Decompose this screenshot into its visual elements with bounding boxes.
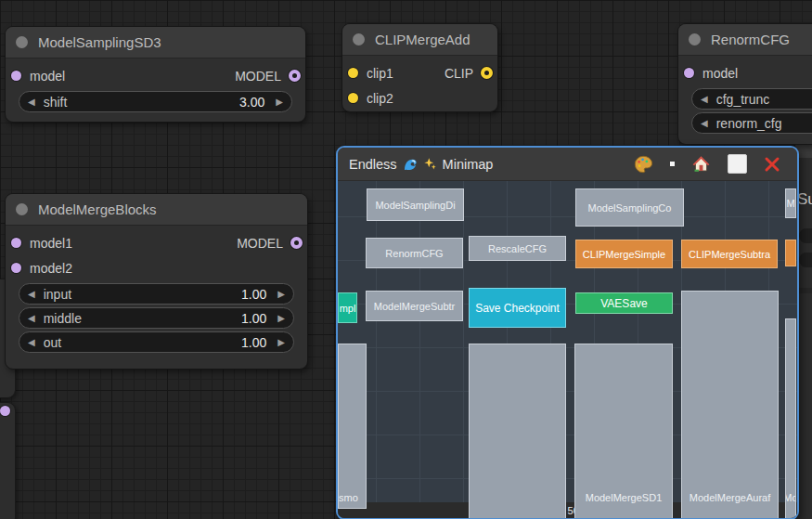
decrement-arrow-icon[interactable]: ◀ bbox=[28, 97, 35, 107]
input-slot[interactable]: model bbox=[6, 69, 65, 84]
input-slot-label: model bbox=[30, 69, 65, 84]
input-slot-dot[interactable] bbox=[348, 68, 358, 78]
output-slot[interactable]: MODEL bbox=[235, 69, 305, 84]
increment-arrow-icon[interactable]: ▶ bbox=[277, 314, 285, 323]
graph-node-modelsamplingsd3[interactable]: ModelSamplingSD3modelMODEL◀shift3.00▶ bbox=[5, 26, 306, 123]
minimap-node-modelsamplingco: ModelSamplingCo bbox=[575, 188, 684, 227]
minimap-node bbox=[469, 344, 566, 519]
minimap-title-suffix: Minimap bbox=[443, 157, 494, 172]
input-slot-label: model2 bbox=[30, 261, 72, 276]
node-title-bar[interactable]: RenormCFG bbox=[678, 24, 812, 56]
close-icon[interactable] bbox=[764, 156, 780, 173]
graph-node-clipmergeadd[interactable]: CLIPMergeAddclip1CLIPclip2 bbox=[342, 23, 498, 112]
widget-renorm-cfg[interactable]: ◀renorm_cfg▶ bbox=[691, 112, 812, 134]
minimap-node-m: M bbox=[785, 188, 796, 218]
decrement-arrow-icon[interactable]: ◀ bbox=[701, 95, 708, 104]
offscreen-node-partial-bottom[interactable] bbox=[0, 402, 16, 519]
output-slot-dot[interactable] bbox=[481, 67, 493, 79]
input-slot[interactable]: model bbox=[678, 66, 738, 81]
palette-icon[interactable] bbox=[633, 154, 653, 175]
minimap-node-clipmergesimple: CLIPMergeSimple bbox=[575, 240, 673, 268]
increment-arrow-icon[interactable]: ▶ bbox=[277, 338, 285, 347]
node-title-label: RenormCFG bbox=[711, 32, 790, 47]
minimap-node-vaesave: VAESave bbox=[575, 292, 673, 314]
output-slot[interactable]: CLIP bbox=[445, 66, 497, 81]
home-icon[interactable] bbox=[691, 154, 711, 174]
minimap-window[interactable]: Endless Minimap bbox=[336, 146, 799, 519]
wave-icon bbox=[403, 157, 418, 172]
slot-row: model bbox=[678, 60, 812, 85]
widget-input[interactable]: ◀input1.00▶ bbox=[19, 283, 294, 305]
minimap-title-bar[interactable]: Endless Minimap bbox=[338, 148, 797, 181]
node-title-label: ModelSamplingSD3 bbox=[38, 34, 161, 50]
widget-label: input bbox=[44, 287, 71, 302]
collapse-dot-icon[interactable] bbox=[16, 203, 28, 215]
increment-arrow-icon[interactable]: ▶ bbox=[276, 97, 283, 107]
minimap-node-modelsamplingdi: ModelSamplingDi bbox=[367, 188, 464, 221]
input-slot-dot[interactable] bbox=[11, 238, 21, 248]
output-slot-dot[interactable] bbox=[289, 70, 301, 82]
increment-arrow-icon[interactable]: ▶ bbox=[277, 290, 285, 299]
decrement-arrow-icon[interactable]: ◀ bbox=[28, 338, 35, 347]
minimap-node-modelmergesd1: ModelMergeSD1 bbox=[574, 344, 673, 519]
widget-label: shift bbox=[44, 95, 68, 110]
widget-label: cfg_trunc bbox=[716, 92, 770, 107]
minimap-node-mpl: mpl bbox=[338, 292, 357, 323]
minimap-viewport[interactable]: ModelSamplingDiModelSamplingCoMRenormCFG… bbox=[338, 181, 797, 502]
widget-shift[interactable]: ◀shift3.00▶ bbox=[19, 91, 292, 112]
collapse-dot-icon[interactable] bbox=[689, 33, 701, 45]
offscreen-node-slot-dot[interactable] bbox=[0, 406, 10, 416]
minimap-title-prefix: Endless bbox=[349, 157, 397, 172]
minimap-node-modelmergeauraf: ModelMergeAuraf bbox=[681, 291, 779, 519]
slot-row: clip1CLIP bbox=[342, 60, 497, 85]
decrement-arrow-icon[interactable]: ◀ bbox=[28, 290, 35, 299]
minimap-node-modelmergesubtr: ModelMergeSubtr bbox=[366, 291, 463, 321]
collapse-dot-icon[interactable] bbox=[353, 33, 365, 45]
widget-middle[interactable]: ◀middle1.00▶ bbox=[19, 307, 294, 329]
input-slot-label: clip2 bbox=[367, 91, 393, 106]
node-body: modelMODEL◀shift3.00▶ bbox=[6, 58, 305, 112]
minimap-node-mo: Mo bbox=[785, 318, 796, 519]
widget-value: 3.00 bbox=[239, 95, 264, 110]
node-title-bar[interactable]: ModelSamplingSD3 bbox=[6, 27, 305, 58]
output-slot[interactable]: MODEL bbox=[237, 236, 307, 251]
widget-cfg-trunc[interactable]: ◀cfg_trunc▶ bbox=[691, 88, 812, 110]
input-slot[interactable]: clip2 bbox=[342, 91, 393, 106]
input-slot[interactable]: clip1 bbox=[342, 66, 393, 81]
collapse-dot-icon[interactable] bbox=[16, 36, 28, 48]
decrement-arrow-icon[interactable]: ◀ bbox=[701, 119, 708, 128]
minimap-node-save-checkpoint: Save Checkpoint bbox=[469, 288, 566, 328]
node-title-bar[interactable]: CLIPMergeAdd bbox=[342, 24, 497, 56]
input-slot[interactable]: model2 bbox=[6, 261, 72, 276]
input-slot-label: model1 bbox=[30, 236, 72, 251]
minimap-node bbox=[785, 240, 796, 266]
dot-icon[interactable] bbox=[670, 162, 675, 166]
output-slot-label: CLIP bbox=[445, 66, 473, 81]
input-slot-dot[interactable] bbox=[11, 263, 21, 273]
widget-out[interactable]: ◀out1.00▶ bbox=[19, 331, 294, 353]
output-slot-label: MODEL bbox=[235, 69, 281, 84]
input-slot[interactable]: model1 bbox=[6, 236, 72, 251]
decrement-arrow-icon[interactable]: ◀ bbox=[28, 314, 35, 323]
widget-label: out bbox=[44, 335, 61, 350]
square-icon[interactable] bbox=[728, 154, 747, 174]
widget-value: 1.00 bbox=[241, 335, 266, 350]
minimap-node-clipmergesubtra: CLIPMergeSubtra bbox=[681, 240, 778, 268]
node-body: model◀cfg_trunc▶◀renorm_cfg▶ bbox=[678, 56, 812, 134]
minimap-node-osmo: osmo bbox=[338, 344, 367, 509]
input-slot-dot[interactable] bbox=[11, 71, 21, 81]
node-body: clip1CLIPclip2 bbox=[342, 56, 497, 110]
sparkles-icon bbox=[423, 157, 437, 171]
node-graph-canvas[interactable]: Su ModelSamplingSD3modelMODEL◀shift3.00▶… bbox=[0, 0, 812, 519]
widget-label: middle bbox=[44, 311, 82, 326]
graph-node-modelmergeblocks[interactable]: ModelMergeBlocksmodel1MODELmodel2◀input1… bbox=[5, 193, 308, 370]
minimap-node-rescalecfg: RescaleCFG bbox=[469, 236, 566, 261]
slot-row: model2 bbox=[6, 255, 307, 280]
graph-node-renormcfg[interactable]: RenormCFGmodel◀cfg_trunc▶◀renorm_cfg▶ bbox=[677, 23, 812, 145]
output-slot-label: MODEL bbox=[237, 236, 283, 251]
node-title-bar[interactable]: ModelMergeBlocks bbox=[6, 194, 307, 226]
slot-row: clip2 bbox=[342, 85, 497, 110]
output-slot-dot[interactable] bbox=[290, 237, 303, 249]
input-slot-dot[interactable] bbox=[684, 68, 694, 78]
input-slot-dot[interactable] bbox=[348, 93, 358, 103]
